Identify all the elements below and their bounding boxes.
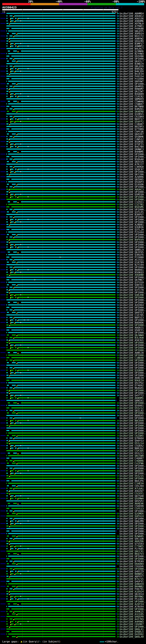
alignment-bar[interactable]: [9, 340, 116, 340]
alignment-bar[interactable]: [6, 601, 116, 602]
alignment-bar[interactable]: [6, 628, 116, 630]
alignment-bar[interactable]: [15, 272, 116, 273]
alignment-bar[interactable]: [21, 252, 116, 253]
alignment-bar[interactable]: [15, 221, 116, 222]
alignment-bar[interactable]: [18, 347, 116, 348]
alignment-bar[interactable]: [9, 440, 116, 441]
alignment-bar[interactable]: [18, 46, 116, 46]
alignment-bar[interactable]: [18, 18, 116, 19]
alignment-bar[interactable]: [8, 204, 116, 205]
alignment-bar[interactable]: [11, 458, 116, 459]
alignment-bar[interactable]: [10, 526, 116, 526]
alignment-bar[interactable]: [6, 314, 116, 316]
alignment-bar[interactable]: [11, 128, 116, 130]
alignment-bar[interactable]: [15, 144, 116, 144]
alignment-bar[interactable]: [15, 395, 116, 396]
alignment-bar[interactable]: [21, 553, 116, 554]
alignment-bar[interactable]: [8, 154, 116, 155]
alignment-bar[interactable]: [6, 566, 116, 567]
alignment-bar[interactable]: [21, 603, 116, 604]
alignment-bar[interactable]: [9, 38, 116, 39]
alignment-bar[interactable]: [11, 28, 116, 29]
alignment-bar[interactable]: [17, 614, 116, 614]
alignment-bar[interactable]: [17, 513, 116, 514]
alignment-bar[interactable]: [14, 538, 116, 539]
alignment-bar[interactable]: [14, 136, 116, 137]
alignment-bar[interactable]: [18, 96, 116, 97]
alignment-bar[interactable]: [8, 354, 116, 356]
alignment-bar[interactable]: [8, 382, 116, 383]
alignment-bar[interactable]: [15, 121, 116, 122]
alignment-bar[interactable]: [18, 196, 116, 198]
alignment-bar[interactable]: [10, 493, 116, 494]
alignment-bar[interactable]: [10, 141, 116, 142]
alignment-bar[interactable]: [18, 598, 116, 600]
alignment-bar[interactable]: [15, 445, 116, 446]
alignment-bar[interactable]: [17, 563, 116, 564]
alignment-bar[interactable]: [15, 523, 116, 524]
alignment-bar[interactable]: [14, 259, 116, 260]
alignment-bar[interactable]: [8, 254, 116, 255]
alignment-bar[interactable]: [6, 63, 116, 64]
alignment-bar[interactable]: [17, 312, 116, 313]
alignment-bar[interactable]: [15, 573, 116, 574]
alignment-bar[interactable]: [6, 400, 116, 401]
alignment-bar[interactable]: [10, 23, 116, 24]
alignment-bar[interactable]: [18, 397, 116, 398]
alignment-bar[interactable]: [14, 418, 116, 418]
alignment-bar[interactable]: [6, 478, 116, 479]
alignment-bar[interactable]: [14, 337, 116, 338]
alignment-bar[interactable]: [14, 287, 116, 288]
alignment-bar[interactable]: [8, 432, 116, 434]
alignment-bar[interactable]: [6, 327, 116, 328]
alignment-bar[interactable]: [17, 385, 116, 386]
alignment-bar[interactable]: [10, 242, 116, 242]
alignment-bar[interactable]: [11, 330, 116, 330]
alignment-bar[interactable]: [18, 297, 116, 298]
alignment-bar[interactable]: [6, 214, 116, 215]
alignment-bar[interactable]: [14, 108, 116, 110]
alignment-bar[interactable]: [21, 151, 116, 152]
alignment-bar[interactable]: [8, 455, 116, 456]
alignment-bar[interactable]: [10, 40, 116, 42]
alignment-bar[interactable]: [6, 199, 116, 200]
alignment-bar[interactable]: [8, 634, 116, 635]
alignment-bar[interactable]: [8, 282, 116, 283]
alignment-bar[interactable]: [6, 25, 116, 26]
alignment-bar[interactable]: [10, 224, 116, 225]
alignment-bar[interactable]: [6, 450, 116, 451]
alignment-bar[interactable]: [11, 179, 116, 180]
alignment-bar[interactable]: [15, 171, 116, 172]
alignment-bar[interactable]: [17, 636, 116, 637]
alignment-bar[interactable]: [6, 528, 116, 529]
alignment-bar[interactable]: [14, 236, 116, 238]
alignment-bar[interactable]: [8, 304, 116, 306]
alignment-bar[interactable]: [17, 33, 116, 34]
alignment-bar[interactable]: [17, 435, 116, 436]
alignment-bar[interactable]: [14, 186, 116, 187]
alignment-bar[interactable]: [14, 488, 116, 489]
alignment-bar[interactable]: [6, 264, 116, 265]
alignment-bar[interactable]: [14, 209, 116, 210]
alignment-bar[interactable]: [10, 274, 116, 275]
alignment-bar[interactable]: [14, 36, 116, 36]
alignment-bar[interactable]: [11, 631, 116, 632]
alignment-bar[interactable]: [21, 452, 116, 454]
alignment-bar[interactable]: [6, 299, 116, 300]
alignment-bar[interactable]: [18, 420, 116, 421]
alignment-bar[interactable]: [9, 88, 116, 89]
alignment-bar[interactable]: [11, 307, 116, 308]
alignment-bar[interactable]: [17, 184, 116, 185]
alignment-bar[interactable]: [8, 181, 116, 182]
alignment-bar[interactable]: [10, 626, 116, 627]
alignment-bar[interactable]: [14, 15, 116, 16]
alignment-bar[interactable]: [11, 106, 116, 107]
alignment-bar[interactable]: [17, 211, 116, 212]
alignment-bar[interactable]: [6, 249, 116, 250]
alignment-bar[interactable]: [17, 412, 116, 414]
alignment-bar[interactable]: [17, 161, 116, 162]
alignment-bar[interactable]: [18, 571, 116, 572]
alignment-bar[interactable]: [6, 76, 116, 77]
alignment-bar[interactable]: [10, 91, 116, 92]
alignment-bar[interactable]: [10, 292, 116, 293]
